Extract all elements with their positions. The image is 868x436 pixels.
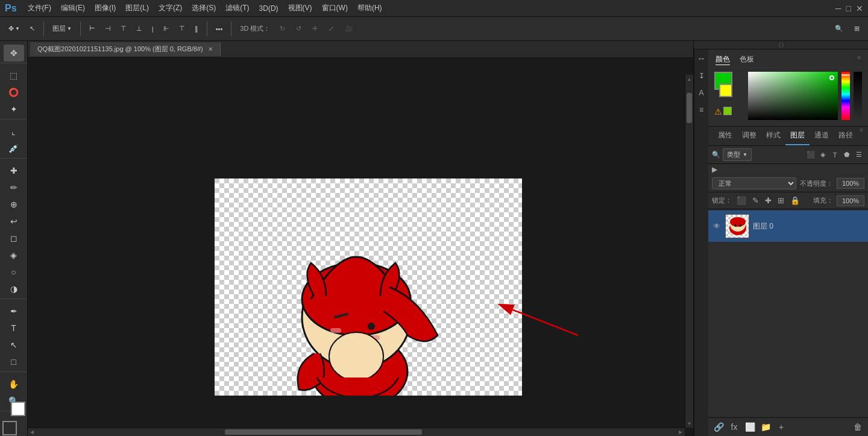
layer-type-filter[interactable]: 类型 ▼	[723, 148, 752, 161]
panel-tab-styles[interactable]: 样式	[761, 127, 785, 145]
align-btn-6[interactable]: ⊩	[160, 23, 173, 34]
panel-toggle-btn[interactable]: ⊞	[851, 23, 863, 34]
layer-filter-pixel[interactable]: ⬛	[805, 150, 816, 160]
search-btn[interactable]: 🔍	[831, 23, 847, 34]
path-select-tool[interactable]: ↖	[4, 336, 24, 353]
heal-tool[interactable]: ✚	[4, 162, 24, 179]
shape-tool[interactable]: □	[4, 353, 24, 370]
v-scroll-thumb[interactable]	[687, 93, 692, 123]
brush-tool[interactable]: ✏	[4, 179, 24, 196]
align-btn-1[interactable]: ⊢	[86, 23, 99, 34]
panel-tab-properties[interactable]: 属性	[713, 127, 737, 145]
blend-mode-select[interactable]: 正常	[712, 177, 796, 189]
add-mask-btn[interactable]: ⬜	[743, 420, 756, 434]
layer-play-icon[interactable]: ▶	[712, 165, 717, 174]
horizontal-scrollbar[interactable]: ◀ ▶	[28, 428, 685, 436]
move-tool[interactable]: ✥	[4, 45, 24, 62]
panel-collapse-top[interactable]: 《》	[694, 41, 868, 49]
fg-color-swatch[interactable]	[2, 421, 17, 435]
arrow-tool-btn[interactable]: ↖	[26, 23, 39, 34]
canvas-content[interactable]: ▲ ▼ ◀ ▶	[28, 58, 693, 436]
window-close[interactable]: ✕	[856, 4, 863, 13]
menu-text[interactable]: 文字(Z)	[154, 2, 187, 14]
crop-tool[interactable]: ⌞	[4, 123, 24, 140]
blur-tool[interactable]: ○	[4, 264, 24, 280]
background-swatch[interactable]	[719, 84, 732, 97]
more-btn[interactable]: •••	[212, 24, 227, 34]
side-text-icon[interactable]: A	[697, 87, 705, 99]
window-maximize[interactable]: □	[846, 4, 851, 13]
history-tool[interactable]: ↩	[4, 213, 24, 230]
lock-image-btn[interactable]: ✎	[751, 195, 760, 206]
color-tab-swatches[interactable]: 色板	[740, 54, 754, 65]
layer-filter-text[interactable]: T	[829, 150, 840, 160]
gradient-tool[interactable]: ◈	[4, 247, 24, 264]
layer-filter-shape[interactable]: ⬟	[841, 150, 852, 160]
move-tool-btn[interactable]: ✥ ▼	[5, 23, 24, 34]
panel-tab-options[interactable]: ≡	[860, 127, 863, 145]
side-layer-icon[interactable]: ≡	[697, 104, 705, 116]
vertical-scrollbar[interactable]: ▲ ▼	[685, 75, 693, 428]
gradient-picker[interactable]	[748, 72, 838, 120]
quick-select-tool[interactable]: ✦	[4, 101, 24, 118]
lasso-tool[interactable]: ⭕	[4, 84, 24, 101]
scroll-up-btn[interactable]: ▲	[685, 75, 693, 83]
text-tool[interactable]: T	[4, 320, 24, 336]
add-style-btn[interactable]: fx	[728, 420, 741, 434]
side-move-icon[interactable]: ↔	[696, 52, 708, 65]
lock-all-btn[interactable]: 🔒	[789, 195, 801, 206]
3d-btn-1[interactable]: ↻	[276, 23, 289, 34]
tab-close-btn[interactable]: ✕	[208, 46, 213, 52]
menu-image[interactable]: 图像(I)	[90, 2, 121, 14]
scroll-down-btn[interactable]: ▼	[685, 419, 693, 428]
layer-filter-smart[interactable]: ☰	[854, 150, 864, 160]
panel-tab-channels[interactable]: 通道	[810, 127, 834, 145]
menu-edit[interactable]: 编辑(E)	[56, 2, 90, 14]
panel-tab-adjustments[interactable]: 调整	[737, 127, 761, 145]
panel-options-icon[interactable]: ≡	[857, 54, 861, 65]
3d-btn-5[interactable]: 🎥	[341, 23, 357, 34]
lock-position-btn[interactable]: ✚	[764, 195, 773, 206]
scroll-left-btn[interactable]: ◀	[28, 428, 36, 436]
menu-window[interactable]: 窗口(W)	[317, 2, 353, 14]
eyedropper-tool[interactable]: 💉	[4, 140, 24, 157]
menu-help[interactable]: 帮助(H)	[353, 2, 387, 14]
bg-color-swatch[interactable]	[11, 402, 25, 416]
dodge-tool[interactable]: ◑	[4, 280, 24, 297]
link-layers-btn[interactable]: 🔗	[712, 420, 725, 434]
hue-slider[interactable]	[841, 72, 850, 120]
menu-select[interactable]: 选择(S)	[187, 2, 221, 14]
panel-tab-layers[interactable]: 图层	[785, 127, 810, 145]
align-btn-8[interactable]: ‖	[191, 23, 202, 34]
window-minimize[interactable]: ─	[835, 4, 841, 13]
fill-value[interactable]: 100%	[837, 195, 864, 206]
menu-filter[interactable]: 滤镜(T)	[221, 2, 254, 14]
3d-btn-4[interactable]: ⤢	[325, 23, 338, 34]
new-group-btn[interactable]: 📁	[759, 420, 772, 434]
align-btn-7[interactable]: ⊤	[175, 23, 189, 34]
side-adjust-icon[interactable]: ↧	[697, 70, 706, 82]
hand-tool[interactable]: ✋	[4, 376, 24, 393]
lock-artboard-btn[interactable]: ⊞	[776, 195, 785, 206]
new-layer-btn[interactable]: +	[775, 420, 788, 434]
layer-label-btn[interactable]: 图层 ▼	[49, 22, 75, 35]
scroll-right-btn[interactable]: ▶	[676, 428, 685, 436]
menu-3d[interactable]: 3D(D)	[254, 3, 283, 14]
align-btn-2[interactable]: ⊣	[101, 23, 115, 34]
lock-transparent-btn[interactable]: ⬛	[735, 195, 747, 206]
color-tab-color[interactable]: 颜色	[715, 54, 730, 65]
layer-visibility-eye[interactable]: 👁	[712, 221, 722, 231]
menu-file[interactable]: 文件(F)	[23, 2, 56, 14]
alpha-slider[interactable]	[854, 72, 862, 120]
menu-layer[interactable]: 图层(L)	[121, 2, 154, 14]
h-scroll-thumb[interactable]	[225, 429, 422, 435]
web-safe-swatch[interactable]	[723, 107, 732, 115]
menu-view[interactable]: 视图(V)	[283, 2, 317, 14]
layer-item-0[interactable]: 👁	[708, 210, 868, 242]
opacity-value[interactable]: 100%	[837, 178, 864, 189]
marquee-tool[interactable]: ⬚	[4, 67, 24, 84]
3d-btn-3[interactable]: ✛	[309, 23, 321, 34]
panel-tab-paths[interactable]: 路径	[834, 127, 858, 145]
layer-filter-adjustment[interactable]: ◈	[817, 150, 828, 160]
align-btn-5[interactable]: |	[148, 24, 157, 34]
